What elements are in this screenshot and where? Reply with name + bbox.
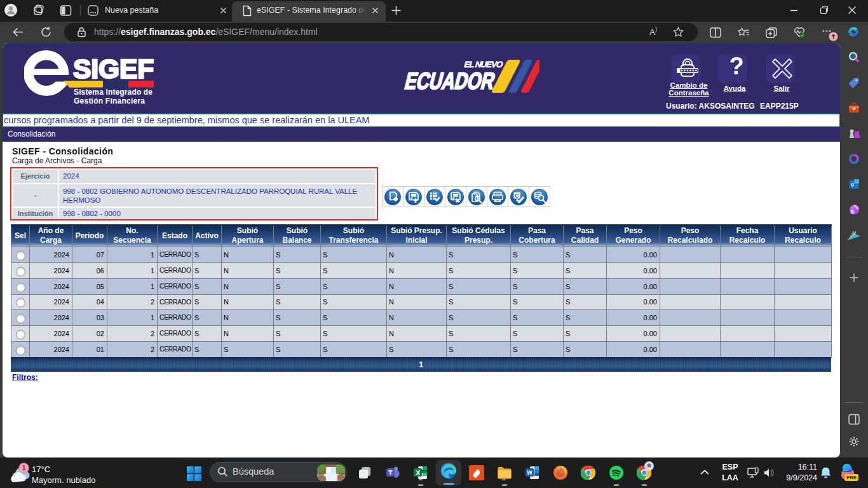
svg-text:SIGEF: SIGEF <box>73 53 154 84</box>
svg-text:1: 1 <box>22 464 26 471</box>
svg-text:Gestión Financiera: Gestión Financiera <box>74 97 145 105</box>
svg-text:ECUADOR: ECUADOR <box>403 68 498 94</box>
svg-text:C: C <box>515 192 519 199</box>
svg-text:Sistema Integrado de: Sistema Integrado de <box>74 88 153 97</box>
